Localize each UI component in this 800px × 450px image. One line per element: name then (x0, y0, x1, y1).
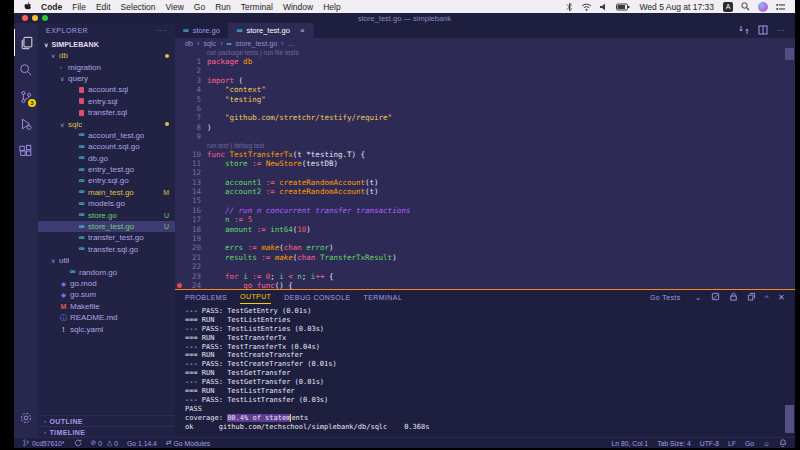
menu-go[interactable]: Go (194, 2, 205, 12)
output-line[interactable]: --- PASS: TestGetTransfer (0.01s) (185, 378, 795, 387)
codelens-actions[interactable]: run test | debug test (175, 142, 795, 150)
editor-scrollbar-thumb[interactable] (785, 48, 794, 60)
breadcrumb-sqlc[interactable]: sqlc (203, 39, 216, 48)
source-control-view-icon[interactable]: 3 (14, 83, 38, 110)
output-line[interactable]: === RUN TestListEntries (185, 316, 795, 325)
tree-item-migration[interactable]: ›migration (38, 61, 175, 72)
menu-view[interactable]: View (166, 2, 184, 12)
spotlight-search-icon[interactable] (741, 2, 750, 11)
tree-item-account_test.go[interactable]: ∞account_test.go (38, 130, 175, 141)
run-debug-view-icon[interactable] (14, 110, 38, 137)
line-number[interactable]: 18 (175, 225, 201, 234)
tree-item-sqlc.yaml[interactable]: !sqlc.yaml (38, 323, 175, 334)
line-number[interactable]: 1 (175, 57, 201, 66)
search-view-icon[interactable] (14, 56, 38, 83)
tree-item-transfer.sql[interactable]: transfer.sql (38, 107, 175, 118)
tree-item-store.go[interactable]: ∞store.goU (38, 209, 175, 220)
line-number[interactable]: 5 (175, 95, 201, 104)
code-line-22[interactable]: 22 (175, 262, 795, 271)
language-mode-status[interactable]: Go (745, 440, 754, 447)
tree-item-store_test.go[interactable]: ∞store_test.goU (38, 221, 175, 232)
line-number[interactable]: 14 (175, 187, 201, 196)
tree-item-account.sql[interactable]: account.sql (38, 84, 175, 95)
line-number[interactable]: 15 (175, 196, 201, 205)
output-line[interactable]: PASS (185, 405, 795, 414)
code-line-14[interactable]: 14 account2 := createRandomAccount(t) (175, 187, 795, 196)
output-line[interactable]: --- PASS: TestCreateTransfer (0.01s) (185, 360, 795, 369)
minimize-window-button[interactable] (32, 15, 38, 21)
tree-item-db.go[interactable]: ∞db.go (38, 153, 175, 164)
tree-item-transfer_test.go[interactable]: ∞transfer_test.go (38, 232, 175, 243)
tree-item-query[interactable]: ∨query (38, 73, 175, 84)
output-console[interactable]: --- PASS: TestGetEntry (0.01s)=== RUN Te… (175, 304, 795, 437)
code-line-8[interactable]: 8) (175, 123, 795, 132)
line-number[interactable]: 20 (175, 243, 201, 252)
battery-icon[interactable] (616, 3, 630, 11)
menu-edit[interactable]: Edit (96, 2, 111, 12)
code-editor[interactable]: run package tests | run file tests1packa… (175, 48, 795, 289)
line-number[interactable]: 10 (175, 150, 201, 159)
maximize-panel-icon[interactable]: ^ (765, 293, 769, 302)
tree-item-README.md[interactable]: ⓘREADME.md (38, 312, 175, 323)
cursor-position-status[interactable]: Ln 80, Col 1 (611, 440, 648, 447)
line-number[interactable]: 12 (175, 168, 201, 177)
split-editor-icon[interactable] (758, 25, 768, 37)
tab-debug-console[interactable]: DEBUG CONSOLE (284, 290, 350, 304)
line-number[interactable]: 6 (175, 104, 201, 113)
code-line-16[interactable]: 16 // run n concurrent transfer transact… (175, 206, 795, 215)
line-number[interactable]: 2 (175, 66, 201, 75)
tree-item-main_test.go[interactable]: ∞main_test.goM (38, 187, 175, 198)
extensions-view-icon[interactable] (14, 137, 38, 164)
code-line-24[interactable]: 24 go func() { (175, 281, 795, 289)
workspace-root-folder[interactable]: ∨ SIMPLEBANK (38, 38, 175, 50)
output-channel-dropdown[interactable]: Go Tests ⌄ (650, 293, 702, 302)
explorer-more-actions-icon[interactable]: ··· (157, 27, 167, 34)
code-line-4[interactable]: 4 "context" (175, 85, 795, 94)
outline-section[interactable]: › OUTLINE (38, 415, 175, 426)
ok-line[interactable]: ok github.com/techschool/simplebank/db/s… (185, 423, 795, 432)
output-line[interactable]: --- PASS: TestTransferTx (0.04s) (185, 343, 795, 352)
eol-status[interactable]: LF (728, 440, 736, 447)
code-line-2[interactable]: 2 (175, 66, 795, 75)
line-number[interactable]: 17 (175, 215, 201, 224)
breadcrumb-file[interactable]: store_test.go (236, 39, 278, 48)
code-line-20[interactable]: 20 errs := make(chan error) (175, 243, 795, 252)
encoding-status[interactable]: UTF-8 (700, 440, 719, 447)
apple-menu-icon[interactable] (24, 2, 32, 11)
panel-scrollbar-thumb[interactable] (785, 405, 794, 433)
line-number[interactable]: 9 (175, 132, 201, 141)
tree-item-random.go[interactable]: ∞random.go (38, 266, 175, 277)
line-number[interactable]: 22 (175, 262, 201, 271)
zoom-window-button[interactable] (42, 15, 48, 21)
tree-item-db[interactable]: ∨db (38, 50, 175, 61)
close-tab-icon[interactable]: × (300, 26, 305, 35)
tab-output[interactable]: OUTPUT (240, 290, 271, 304)
line-number[interactable]: 16 (175, 206, 201, 215)
feedback-icon[interactable]: ☺ (763, 440, 770, 447)
menu-file[interactable]: File (72, 2, 86, 12)
clear-output-icon[interactable] (711, 292, 720, 302)
output-line[interactable]: --- PASS: TestListEntries (0.03s) (185, 325, 795, 334)
code-line-19[interactable]: 19 (175, 234, 795, 243)
open-changes-icon[interactable] (739, 25, 749, 37)
notifications-bell-icon[interactable] (779, 439, 787, 447)
bluetooth-icon[interactable] (566, 2, 573, 12)
window-titlebar[interactable]: store_test.go — simplebank (14, 13, 795, 23)
tree-item-entry.sql.go[interactable]: ∞entry.sql.go (38, 175, 175, 186)
output-line[interactable]: --- PASS: TestGetEntry (0.01s) (185, 307, 795, 316)
code-line-3[interactable]: 3import ( (175, 76, 795, 85)
line-number[interactable]: 4 (175, 85, 201, 94)
tab-store-test-go[interactable]: ∞ store_test.go × (229, 23, 314, 38)
tree-item-util[interactable]: ∨util (38, 255, 175, 266)
code-line-21[interactable]: 21 results := make(chan TransferTxResult… (175, 253, 795, 262)
tree-item-entry_test.go[interactable]: ∞entry_test.go (38, 164, 175, 175)
volume-icon[interactable] (600, 3, 608, 11)
manage-gear-icon[interactable] (14, 404, 38, 431)
code-line-6[interactable]: 6 (175, 104, 795, 113)
code-line-11[interactable]: 11 store := NewStore(testDB) (175, 159, 795, 168)
more-actions-icon[interactable]: ··· (777, 26, 785, 35)
siri-icon[interactable] (758, 2, 768, 12)
go-modules-status[interactable]: ⇄ Go Modules (166, 439, 210, 447)
code-line-9[interactable]: 9 (175, 132, 795, 141)
output-line[interactable]: === RUN TestListTransfer (185, 387, 795, 396)
